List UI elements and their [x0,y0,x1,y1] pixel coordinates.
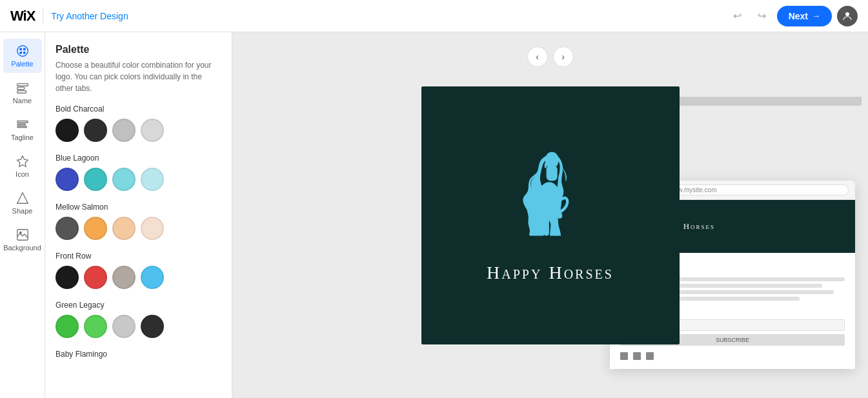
palette-group-name: Bold Charcoal [56,104,221,114]
palette-description: Choose a beautiful color combination for… [56,59,221,94]
svg-rect-19 [545,195,550,219]
svg-rect-8 [17,91,26,94]
user-avatar[interactable] [837,6,858,26]
palette-group-blue-lagoon: Blue Lagoon [56,154,221,191]
canvas-nav-arrows: ‹ › [527,46,574,67]
next-arrow-icon: → [812,11,820,21]
swatch[interactable] [56,315,79,338]
swatch[interactable] [56,217,79,240]
svg-marker-13 [17,193,28,204]
app-header: WiX Try Another Design ↩ ↪ Next → [0,0,868,32]
shape-nav-label: Shape [12,207,33,215]
swatch[interactable] [141,168,164,191]
palette-group-mellow-salmon: Mellow Salmon [56,203,221,240]
swatch[interactable] [112,266,136,289]
palette-list: Bold Charcoal Blue Lagoon [45,99,232,398]
svg-rect-18 [546,165,557,180]
email-icon [646,352,654,360]
svg-point-2 [19,48,21,50]
svg-marker-12 [17,156,28,167]
sidebar-item-name[interactable]: Name [3,75,42,110]
palette-group-name: Mellow Salmon [56,203,221,212]
svg-point-0 [845,12,849,16]
tagline-nav-label: Tagline [11,134,34,141]
redo-button[interactable]: ↪ [752,6,772,26]
palette-group-name: Front Row [56,252,221,261]
swatch[interactable] [141,119,164,142]
palette-group-green-legacy: Green Legacy [56,301,221,338]
palette-group-front-row: Front Row [56,252,221,289]
sidebar-item-tagline[interactable]: Tagline [3,112,42,146]
swatch[interactable] [141,266,164,289]
swatch[interactable] [141,315,164,338]
swatch[interactable] [56,266,79,289]
palette-nav-label: Palette [11,60,33,68]
sidebar-item-shape[interactable]: Shape [3,186,42,220]
palette-group-baby-flamingo: Baby Flamingo [56,350,221,364]
logo-horse-icon [505,148,596,251]
prev-arrow-button[interactable]: ‹ [527,46,548,67]
next-button[interactable]: Next → [777,6,832,26]
swatch[interactable] [56,119,79,142]
swatch[interactable] [56,168,79,191]
palette-swatches [56,266,221,289]
try-another-design-link[interactable]: Try Another Design [51,11,128,21]
svg-rect-10 [17,124,25,125]
svg-rect-9 [17,121,28,123]
swatch[interactable] [84,217,107,240]
svg-rect-22 [552,216,558,235]
svg-point-3 [23,48,25,50]
swatch[interactable] [141,217,164,240]
palette-title: Palette [56,44,221,55]
svg-rect-21 [543,216,549,235]
swatch[interactable] [112,217,136,240]
swatch[interactable] [112,168,136,191]
palette-group-name: Green Legacy [56,301,221,310]
logo-card: Happy Horses [421,86,680,344]
icon-nav-label: Icon [15,170,29,178]
swatch[interactable] [112,315,136,338]
sidebar-item-palette[interactable]: Palette [3,39,42,73]
facebook-icon [620,352,628,360]
header-divider [43,8,43,24]
palette-swatches [56,168,221,191]
palette-header: Palette Choose a beautiful color combina… [45,32,232,99]
palette-panel: Palette Choose a beautiful color combina… [45,32,232,398]
main-layout: Palette Name Tagline Icon Shape Backgrou… [0,32,868,398]
name-nav-label: Name [13,97,32,104]
swatch[interactable] [84,168,107,191]
logo-brand-name: Happy Horses [487,263,614,283]
svg-point-1 [17,46,28,57]
sidebar-nav: Palette Name Tagline Icon Shape Backgrou… [0,32,45,398]
browser-subscribe-label: SUBSCRIBE [716,337,749,343]
svg-point-5 [23,52,25,54]
swatch[interactable] [84,266,107,289]
svg-point-4 [19,52,21,54]
canvas-area: ‹ › [232,32,868,398]
wix-logo: WiX [10,8,35,25]
svg-rect-6 [17,84,28,86]
svg-rect-11 [17,126,26,128]
palette-group-bold-charcoal: Bold Charcoal [56,104,221,142]
palette-group-name: Baby Flamingo [56,350,221,359]
browser-social-icons [620,352,845,360]
undo-button[interactable]: ↩ [728,6,747,26]
swatch[interactable] [112,119,136,142]
swatch[interactable] [84,119,107,142]
palette-swatches [56,315,221,338]
background-nav-label: Background [3,244,41,252]
sidebar-item-background[interactable]: Background [3,223,42,257]
next-arrow-button[interactable]: › [553,46,574,67]
next-label: Next [789,11,808,21]
palette-swatches [56,119,221,142]
header-actions: ↩ ↪ Next → [728,6,858,26]
palette-group-name: Blue Lagoon [56,154,221,163]
swatch[interactable] [84,315,107,338]
svg-rect-7 [17,87,24,90]
twitter-icon [633,352,641,360]
palette-swatches [56,217,221,240]
sidebar-item-icon[interactable]: Icon [3,149,42,183]
